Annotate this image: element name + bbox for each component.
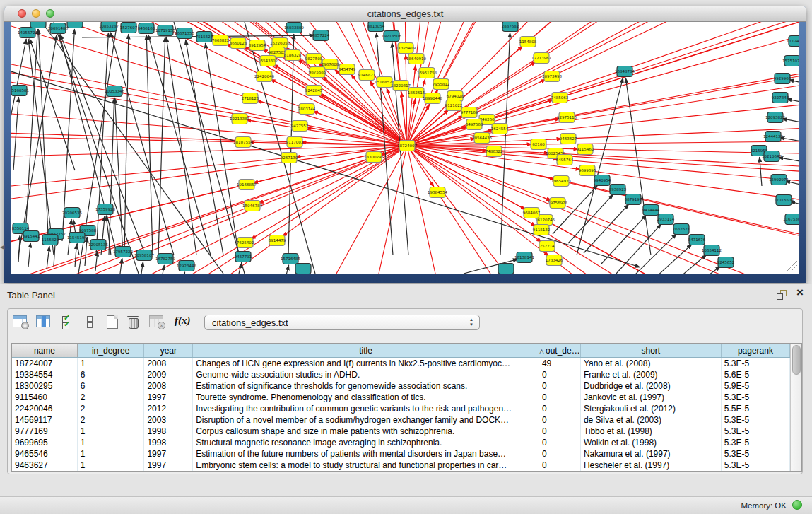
graph-node[interactable]: 11325419 bbox=[396, 43, 416, 54]
table-cell[interactable]: 0 bbox=[539, 403, 580, 414]
graph-node[interactable]: 252214 bbox=[539, 241, 555, 252]
table-cell[interactable]: Dudbridge et al. (2008) bbox=[580, 380, 721, 392]
table-cell[interactable]: Hescheler et al. (1997) bbox=[580, 460, 721, 471]
graph-node[interactable]: 8938923 bbox=[609, 185, 627, 195]
graph-node[interactable]: 12213967 bbox=[531, 53, 551, 64]
table-cell[interactable]: 0 bbox=[539, 369, 580, 380]
column-header-name[interactable]: name bbox=[12, 344, 77, 358]
column-header-out_de[interactable]: △out_de… bbox=[539, 344, 580, 358]
table-cell[interactable]: 5.3E-5 bbox=[721, 426, 789, 437]
graph-node[interactable]: 9827508 bbox=[305, 54, 323, 64]
graph-node[interactable]: 7857224 bbox=[312, 30, 330, 41]
table-cell[interactable]: 1 bbox=[77, 358, 144, 370]
table-cell[interactable]: 5.3E-5 bbox=[721, 437, 789, 448]
window-titlebar[interactable]: citations_edges.txt bbox=[4, 6, 806, 22]
graph-node[interactable]: 10958107 bbox=[134, 250, 154, 261]
graph-node[interactable]: 9115132 bbox=[533, 225, 551, 235]
table-cell[interactable]: Disruption of a novel member of a sodium… bbox=[193, 414, 539, 426]
table-mode-button[interactable] bbox=[13, 315, 27, 327]
table-cell[interactable]: Wolkin et al. (1998) bbox=[580, 437, 721, 448]
graph-node[interactable]: 18640910 bbox=[406, 54, 426, 64]
table-cell[interactable]: 5.3E-5 bbox=[721, 448, 789, 460]
graph-node[interactable]: 2887682 bbox=[502, 22, 519, 32]
memory-indicator[interactable] bbox=[792, 500, 802, 510]
delete-table-button[interactable]: × bbox=[149, 315, 163, 327]
graph-node[interactable]: 12975115 bbox=[557, 112, 577, 123]
column-header-short[interactable]: short bbox=[580, 344, 721, 358]
graph-node[interactable]: 12923448 bbox=[177, 261, 196, 271]
graph-node[interactable]: 19166857 bbox=[237, 180, 257, 190]
graph-node[interactable]: 1154808 bbox=[519, 37, 537, 47]
graph-node[interactable]: 15992971 bbox=[769, 175, 789, 185]
column-header-title[interactable]: title bbox=[193, 344, 539, 358]
table-row[interactable]: 911546021997Tourette syndrome. Phenomeno… bbox=[12, 392, 790, 403]
graph-node[interactable]: 12905135 bbox=[88, 240, 108, 250]
graph-node[interactable]: 9474444 bbox=[642, 205, 660, 216]
graph-node[interactable]: 20564436 bbox=[472, 133, 492, 144]
table-row[interactable]: 946362711997Embryonic stem cells: a mode… bbox=[12, 460, 790, 471]
graph-node[interactable]: 9267130 bbox=[281, 153, 298, 163]
graph-node[interactable]: 16848784 bbox=[615, 66, 635, 77]
graph-node[interactable]: 19384554 bbox=[428, 187, 447, 198]
graph-node[interactable]: 9146821 bbox=[358, 70, 376, 81]
graph-node[interactable]: 22420046 bbox=[254, 71, 274, 82]
graph-node[interactable]: 15751074 bbox=[782, 56, 799, 66]
table-cell[interactable]: 49 bbox=[539, 358, 580, 370]
graph-node[interactable]: 1527607 bbox=[120, 23, 138, 33]
table-cell[interactable]: 1997 bbox=[144, 392, 193, 403]
graph-node[interactable]: 15716485 bbox=[281, 254, 300, 264]
graph-node[interactable]: 9777169 bbox=[461, 107, 478, 118]
graph-node[interactable]: 6497568 bbox=[466, 119, 483, 130]
table-cell[interactable]: 0 bbox=[539, 426, 580, 437]
graph-node[interactable]: 62160 bbox=[531, 139, 546, 150]
graph-node[interactable]: 9245652 bbox=[717, 257, 735, 268]
graph-node[interactable]: 17957223 bbox=[113, 247, 133, 257]
graph-node[interactable]: 10654112 bbox=[702, 245, 722, 256]
table-cell[interactable]: 9465546 bbox=[12, 448, 77, 460]
select-rows-button[interactable]: ✓✓ bbox=[62, 315, 73, 328]
table-cell[interactable]: 5.3E-5 bbox=[721, 460, 789, 471]
table-row[interactable]: 969969511998Structural magnetic resonanc… bbox=[12, 437, 790, 448]
graph-node[interactable]: 6914479 bbox=[269, 235, 286, 246]
graph-node[interactable]: 18990448 bbox=[423, 93, 442, 104]
graph-node[interactable]: 9115460 bbox=[577, 144, 594, 155]
table-cell[interactable]: Genome-wide association studies in ADHD. bbox=[193, 369, 539, 380]
table-cell[interactable]: Jankovic et al. (1997) bbox=[580, 392, 721, 403]
table-cell[interactable]: 6 bbox=[77, 380, 144, 392]
table-cell[interactable]: 1998 bbox=[144, 437, 193, 448]
graph-node[interactable]: 9117003 bbox=[286, 137, 304, 148]
graph-node[interactable]: 8466160 bbox=[138, 23, 155, 34]
table-cell[interactable]: Stergiakouli et al. (2012) bbox=[580, 403, 721, 414]
table-cell[interactable]: Corpus callosum shape and size in male p… bbox=[193, 426, 539, 437]
table-cell[interactable]: 5.5E-5 bbox=[721, 403, 789, 414]
column-header-pagerank[interactable]: pagerank bbox=[721, 344, 789, 358]
table-cell[interactable]: 9115460 bbox=[12, 392, 77, 403]
table-cell[interactable]: Estimation of significance thresholds fo… bbox=[193, 380, 539, 392]
row-height-button[interactable] bbox=[87, 315, 93, 328]
graph-node[interactable]: 20691406 bbox=[48, 23, 68, 34]
graph-node[interactable]: 15046784 bbox=[242, 201, 262, 211]
float-panel-icon[interactable] bbox=[777, 290, 787, 300]
graph-node[interactable]: 14055724 bbox=[18, 28, 37, 38]
graph-node[interactable]: 2933114 bbox=[657, 214, 675, 225]
graph-node[interactable]: 9940954 bbox=[594, 175, 611, 186]
graph-node[interactable]: 10973493 bbox=[542, 71, 562, 82]
table-cell[interactable]: 1997 bbox=[144, 448, 193, 460]
graph-node[interactable]: 12093822 bbox=[765, 112, 785, 123]
graph-node[interactable]: 11124819 bbox=[787, 36, 799, 47]
graph-node[interactable]: 12444139 bbox=[763, 132, 783, 142]
graph-node[interactable]: 8813054 bbox=[367, 22, 385, 32]
graph-node[interactable]: 11545194 bbox=[67, 233, 87, 243]
table-cell[interactable]: Changes of HCN gene expression and I(f) … bbox=[193, 358, 539, 370]
table-cell[interactable]: 6 bbox=[77, 369, 144, 380]
table-cell[interactable]: 0 bbox=[539, 460, 580, 471]
function-builder-button[interactable]: f(x) bbox=[175, 315, 191, 327]
graph-node[interactable]: 7485063 bbox=[551, 93, 569, 103]
graph-node[interactable]: 18300295 bbox=[364, 152, 384, 163]
table-cell[interactable]: 2008 bbox=[144, 358, 193, 370]
table-cell[interactable]: 18724007 bbox=[12, 358, 77, 370]
table-cell[interactable]: 2009 bbox=[144, 369, 193, 380]
table-cell[interactable]: 2008 bbox=[144, 380, 193, 392]
table-cell[interactable]: 19384554 bbox=[12, 369, 77, 380]
graph-node[interactable]: 10853287 bbox=[99, 22, 119, 32]
